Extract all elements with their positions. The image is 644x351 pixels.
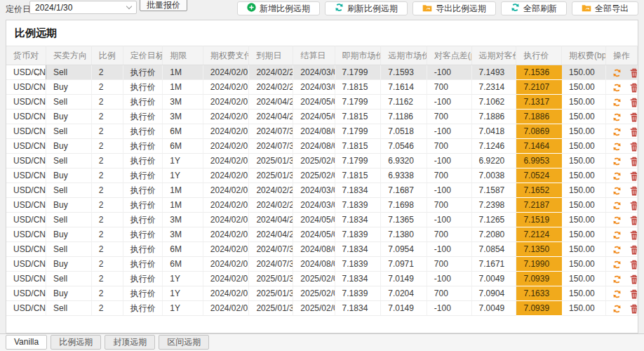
refresh-row-icon[interactable] <box>612 230 622 240</box>
add-ratio-forward-button[interactable]: 新增比例远期 <box>237 1 320 15</box>
currency-pair-cell: USD/CNH <box>6 272 46 286</box>
refresh-row-icon[interactable] <box>612 127 622 137</box>
table-row[interactable]: USD/CNHSell2执行价6M2024/02/012024/07/30202… <box>6 242 638 257</box>
refresh-row-icon[interactable] <box>612 289 622 299</box>
delete-row-icon[interactable] <box>630 157 637 166</box>
delete-row-icon[interactable] <box>630 201 637 211</box>
refresh-ratio-forward-button[interactable]: 刷新比例远期 <box>325 1 408 15</box>
data-cell: 7.0204 <box>381 286 427 301</box>
refresh-all-button[interactable]: 全部刷新 <box>501 1 567 15</box>
delete-row-icon[interactable] <box>630 260 637 270</box>
table-row[interactable]: USD/CNYBuy2执行价1M2024/02/012024/02/282024… <box>6 80 638 95</box>
table-row[interactable]: USD/CNYBuy2执行价3M2024/02/012024/04/292024… <box>6 110 638 124</box>
panel-title: 比例远期 <box>6 20 638 46</box>
refresh-row-icon[interactable] <box>612 201 622 211</box>
data-cell: 2 <box>91 227 123 242</box>
refresh-row-icon[interactable] <box>612 68 622 78</box>
batch-quote-button[interactable]: 批量报价 <box>140 0 187 11</box>
data-cell: 2025/02/03 <box>293 301 335 316</box>
table-row[interactable]: USD/CNHBuy2执行价3M2024/02/012024/04/292024… <box>6 227 638 242</box>
table-row[interactable]: USD/CNHBuy2执行价1M2024/02/012024/02/282024… <box>6 198 638 213</box>
row-actions-cell <box>605 65 637 80</box>
table-row[interactable]: USD/CNHSell2执行价3M2024/02/012024/04/29202… <box>6 213 638 227</box>
data-cell: 700 <box>427 227 471 242</box>
table-row[interactable]: USD/CNYSell2执行价6M2024/02/012024/07/30202… <box>6 124 638 139</box>
tab-3[interactable]: 区间远期 <box>159 335 209 350</box>
data-cell: 700 <box>427 168 471 183</box>
refresh-row-icon[interactable] <box>612 186 622 196</box>
data-cell: 2024/02/01 <box>203 227 249 242</box>
data-cell: 执行价 <box>123 183 163 198</box>
data-cell: -100 <box>427 272 471 286</box>
delete-row-icon[interactable] <box>630 289 637 299</box>
strike-price-cell: 7.1536 <box>516 65 562 80</box>
data-cell: Sell <box>46 154 92 168</box>
data-cell: 7.1593 <box>381 65 427 80</box>
data-cell: -100 <box>427 154 471 168</box>
table-row[interactable]: USD/CNYBuy2执行价1Y2024/02/012025/01/302025… <box>6 168 638 183</box>
delete-row-icon[interactable] <box>630 171 637 181</box>
table-row[interactable]: USD/CNYBuy2执行价6M2024/02/012024/07/302024… <box>6 139 638 154</box>
data-cell: -100 <box>427 213 471 227</box>
refresh-row-icon[interactable] <box>612 304 622 314</box>
delete-row-icon[interactable] <box>630 245 637 255</box>
data-cell: 2024/02/28 <box>249 80 293 95</box>
export-all-button[interactable]: 全部导出 <box>572 1 638 15</box>
data-cell: 执行价 <box>123 95 163 110</box>
refresh-row-icon[interactable] <box>612 260 622 270</box>
refresh-row-icon[interactable] <box>612 157 622 166</box>
table-row[interactable]: USD/CNHSell2执行价1Y2024/02/012025/01/30202… <box>6 301 638 316</box>
delete-row-icon[interactable] <box>630 216 637 225</box>
data-cell: 6M <box>163 242 203 257</box>
data-cell: 7.1380 <box>381 227 427 242</box>
data-cell: 2024/08/01 <box>293 257 335 272</box>
data-cell: 执行价 <box>123 110 163 124</box>
pricing-date-select[interactable]: 2024/1/30 <box>29 1 137 14</box>
data-cell: 150.00 <box>562 65 606 80</box>
currency-pair-cell: USD/CNH <box>6 301 46 316</box>
refresh-row-icon[interactable] <box>612 245 622 255</box>
delete-row-icon[interactable] <box>630 98 637 107</box>
currency-pair-cell[interactable]: USD/CNY <box>6 65 46 80</box>
delete-row-icon[interactable] <box>630 304 637 314</box>
data-cell: 2024/02/01 <box>203 80 249 95</box>
row-actions-cell <box>605 227 637 242</box>
tab-1[interactable]: 比例远期 <box>51 335 101 350</box>
table-row[interactable]: USD/CNHBuy2执行价1Y2024/02/012025/01/302025… <box>6 286 638 301</box>
delete-row-icon[interactable] <box>630 230 637 240</box>
delete-row-icon[interactable] <box>630 68 637 78</box>
table-row[interactable]: USD/CNHSell2执行价1Y2024/02/012025/01/30202… <box>6 272 638 286</box>
data-cell: 6M <box>163 139 203 154</box>
table-row[interactable]: USD/CNHSell2执行价1M2024/02/012024/02/28202… <box>6 183 638 198</box>
data-cell: 2024/02/01 <box>203 183 249 198</box>
tab-vanilla[interactable]: Vanilla <box>6 335 47 350</box>
currency-pair-cell: USD/CNH <box>6 213 46 227</box>
delete-row-icon[interactable] <box>630 112 637 122</box>
table-row[interactable]: USD/CNYSell2执行价1Y2024/02/012025/01/30202… <box>6 154 638 168</box>
refresh-row-icon[interactable] <box>612 83 622 93</box>
table-row[interactable]: USD/CNHBuy2执行价6M2024/02/012024/07/302024… <box>6 257 638 272</box>
refresh-row-icon[interactable] <box>612 216 622 225</box>
table-row[interactable]: USD/CNYSell2执行价3M2024/02/012024/04/29202… <box>6 95 638 110</box>
data-cell: 7.1834 <box>335 272 381 286</box>
tab-2[interactable]: 封顶远期 <box>105 335 155 350</box>
data-cell: 6.9338 <box>381 168 427 183</box>
delete-row-icon[interactable] <box>630 83 637 93</box>
refresh-row-icon[interactable] <box>612 112 622 122</box>
delete-row-icon[interactable] <box>630 142 637 152</box>
delete-row-icon[interactable] <box>630 127 637 137</box>
data-cell: 150.00 <box>562 242 606 257</box>
refresh-row-icon[interactable] <box>612 98 622 107</box>
data-cell: 2024/03/01 <box>293 183 335 198</box>
column-header: 比例 <box>91 46 123 65</box>
delete-row-icon[interactable] <box>630 186 637 196</box>
column-header: 操作 <box>605 46 637 65</box>
refresh-row-icon[interactable] <box>612 142 622 152</box>
data-cell: 2024/02/01 <box>203 286 249 301</box>
export-ratio-forward-button[interactable]: 导出比例远期 <box>412 1 496 15</box>
refresh-row-icon[interactable] <box>612 171 622 181</box>
refresh-row-icon[interactable] <box>612 274 622 284</box>
data-cell: 2 <box>91 154 123 168</box>
table-row[interactable]: USD/CNYSell2执行价1M2024/02/012024/02/28202… <box>6 65 638 80</box>
delete-row-icon[interactable] <box>630 274 637 284</box>
